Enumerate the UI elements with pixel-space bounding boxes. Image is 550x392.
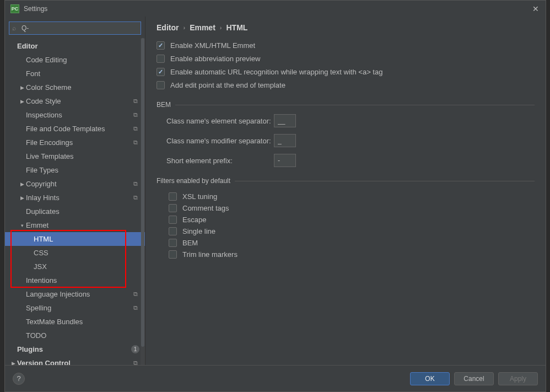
tree-item-emmet[interactable]: ▾ Emmet — [5, 218, 145, 232]
project-scope-icon: ⧉ — [132, 125, 139, 133]
checkbox-filter-bem[interactable]: BEM — [169, 239, 535, 247]
checkbox-enable-xml-html-emmet[interactable]: Enable XML/HTML Emmet — [157, 41, 535, 50]
tree-item-intentions[interactable]: Intentions — [5, 273, 145, 287]
chevron-right-icon: ▶ — [18, 85, 26, 90]
app-icon: PC — [10, 4, 19, 13]
tree-item-code-style[interactable]: ▶ Code Style ⧉ — [5, 94, 145, 108]
checkbox-filter-escape[interactable]: Escape — [169, 216, 535, 224]
checkbox-icon — [157, 68, 165, 76]
tree-item-spelling[interactable]: Spelling ⧉ — [5, 301, 145, 315]
bem-element-sep-label: Class name's element separator: — [166, 117, 274, 125]
close-icon[interactable]: ✕ — [532, 4, 539, 13]
checkbox-icon — [169, 227, 177, 235]
tree-item-file-types[interactable]: File Types — [5, 163, 145, 177]
project-scope-icon: ⧉ — [132, 304, 139, 312]
checkbox-icon — [157, 55, 165, 63]
project-scope-icon: ⧉ — [132, 359, 139, 366]
tree-item-textmate-bundles[interactable]: TextMate Bundles — [5, 315, 145, 329]
bem-section-title: BEM — [157, 101, 535, 109]
project-scope-icon: ⧉ — [132, 139, 139, 147]
checkbox-enable-auto-url[interactable]: Enable automatic URL recognition while w… — [157, 68, 535, 76]
tree-item-live-templates[interactable]: Live Templates — [5, 149, 145, 163]
project-scope-icon: ⧉ — [132, 180, 139, 188]
checkbox-filter-single-line[interactable]: Single line — [169, 227, 535, 235]
tree-item-copyright[interactable]: ▶ Copyright ⧉ — [5, 177, 145, 191]
settings-window: PC Settings ✕ ⌕ Editor Code Editing Fon — [4, 0, 546, 392]
chevron-right-icon: › — [183, 24, 185, 31]
plugins-count-badge: 1 — [131, 345, 139, 353]
checkbox-icon — [169, 204, 177, 212]
dialog-footer: ? OK Cancel Apply — [5, 365, 546, 391]
breadcrumb: Editor › Emmet › HTML — [157, 23, 535, 41]
bem-modifier-sep-input[interactable] — [274, 134, 296, 147]
bem-modifier-sep-label: Class name's modifier separator: — [166, 137, 274, 145]
tree-item-emmet-jsx[interactable]: JSX — [5, 260, 145, 273]
checkbox-icon — [157, 41, 165, 50]
window-title: Settings — [24, 5, 47, 13]
tree-item-plugins[interactable]: Plugins 1 — [5, 342, 145, 356]
tree-item-inspections[interactable]: Inspections ⧉ — [5, 108, 145, 122]
checkbox-icon — [169, 192, 177, 201]
content-area: ⌕ Editor Code Editing Font ▶ Color Schem… — [5, 17, 546, 365]
chevron-down-icon: ▾ — [18, 223, 26, 228]
project-scope-icon: ⧉ — [132, 111, 139, 119]
project-scope-icon: ⧉ — [132, 194, 139, 202]
chevron-right-icon: ▶ — [9, 361, 17, 366]
settings-tree[interactable]: Editor Code Editing Font ▶ Color Scheme … — [5, 38, 145, 365]
checkbox-icon — [169, 216, 177, 224]
checkbox-icon — [169, 250, 177, 259]
breadcrumb-html: HTML — [226, 23, 247, 32]
bem-short-prefix-input[interactable] — [274, 154, 296, 167]
tree-item-language-injections[interactable]: Language Injections ⧉ — [5, 287, 145, 301]
sidebar-scrollbar[interactable] — [141, 38, 145, 365]
search-input[interactable] — [9, 22, 141, 35]
breadcrumb-editor[interactable]: Editor — [157, 23, 179, 32]
tree-item-code-editing[interactable]: Code Editing — [5, 53, 145, 67]
tree-item-file-encodings[interactable]: File Encodings ⧉ — [5, 136, 145, 149]
chevron-right-icon: ▶ — [18, 181, 26, 187]
tree-item-font[interactable]: Font — [5, 67, 145, 80]
project-scope-icon: ⧉ — [132, 291, 139, 298]
checkbox-enable-abbrev-preview[interactable]: Enable abbreviation preview — [157, 55, 535, 63]
breadcrumb-emmet[interactable]: Emmet — [190, 23, 215, 32]
tree-item-todo[interactable]: TODO — [5, 329, 145, 342]
checkbox-icon — [169, 239, 177, 247]
checkbox-filter-comment[interactable]: Comment tags — [169, 204, 535, 212]
tree-item-emmet-html[interactable]: HTML — [5, 232, 145, 246]
cancel-button[interactable]: Cancel — [454, 372, 494, 385]
help-button[interactable]: ? — [13, 373, 25, 385]
main-panel: Editor › Emmet › HTML Enable XML/HTML Em… — [145, 17, 546, 365]
chevron-right-icon: ▶ — [18, 195, 26, 201]
checkbox-icon — [157, 81, 165, 89]
tree-item-file-code-templates[interactable]: File and Code Templates ⧉ — [5, 122, 145, 136]
tree-item-editor[interactable]: Editor — [5, 39, 145, 53]
chevron-right-icon: › — [220, 24, 222, 31]
bem-element-sep-input[interactable] — [274, 114, 296, 127]
checkbox-filter-trim[interactable]: Trim line markers — [169, 250, 535, 259]
titlebar: PC Settings ✕ — [5, 1, 546, 17]
filters-section-title: Filters enabled by default — [157, 177, 535, 185]
ok-button[interactable]: OK — [410, 372, 450, 385]
apply-button[interactable]: Apply — [498, 372, 538, 385]
project-scope-icon: ⧉ — [132, 98, 139, 105]
checkbox-add-edit-point[interactable]: Add edit point at the end of template — [157, 81, 535, 89]
tree-item-emmet-css[interactable]: CSS — [5, 246, 145, 260]
checkbox-filter-xsl[interactable]: XSL tuning — [169, 192, 535, 201]
bem-short-prefix-label: Short element prefix: — [166, 157, 274, 165]
tree-item-inlay-hints[interactable]: ▶ Inlay Hints ⧉ — [5, 191, 145, 205]
tree-item-color-scheme[interactable]: ▶ Color Scheme — [5, 80, 145, 94]
tree-item-version-control[interactable]: ▶ Version Control ⧉ — [5, 356, 145, 365]
sidebar: ⌕ Editor Code Editing Font ▶ Color Schem… — [5, 17, 145, 365]
chevron-right-icon: ▶ — [18, 99, 26, 104]
tree-item-duplicates[interactable]: Duplicates — [5, 205, 145, 218]
